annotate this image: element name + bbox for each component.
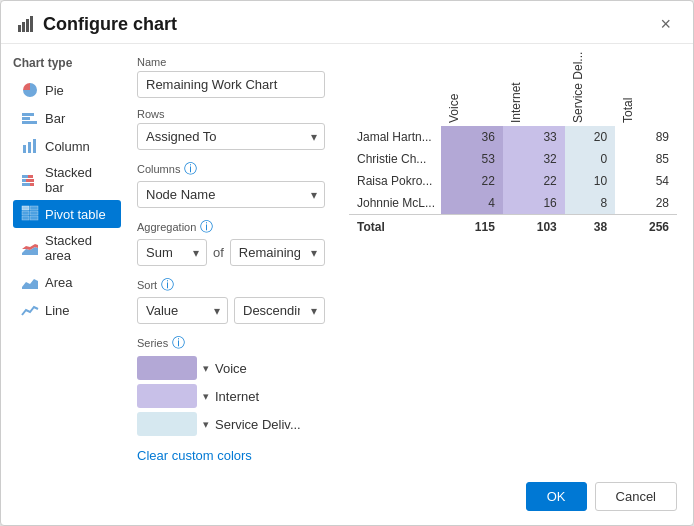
cell-total-0: 89 xyxy=(615,126,677,148)
series-item-voice: ▾ Voice xyxy=(137,356,325,380)
internet-label: Internet xyxy=(215,389,259,404)
svg-rect-15 xyxy=(30,183,34,186)
aggregation-field-wrap: Remaining Work Completed Work Hours xyxy=(230,239,325,266)
svg-rect-3 xyxy=(30,16,33,32)
dialog-body: Chart type Pie Bar xyxy=(1,44,693,472)
chart-type-stacked-bar[interactable]: Stacked bar xyxy=(13,160,121,200)
row-label-2: Raisa Pokro... xyxy=(349,170,441,192)
ok-button[interactable]: OK xyxy=(526,482,587,511)
row-label-0: Jamal Hartn... xyxy=(349,126,441,148)
config-panel: Name Rows Assigned To Node Name Status C… xyxy=(121,56,341,472)
series-label: Series ⓘ xyxy=(137,334,325,352)
series-item-service: ▾ Service Deliv... xyxy=(137,412,325,436)
svg-rect-2 xyxy=(26,19,29,32)
table-row: Christie Ch... 53 32 0 85 xyxy=(349,148,677,170)
col-header-service: Service Del... xyxy=(565,66,615,126)
aggregation-func-wrap: Sum Count Avg Min Max xyxy=(137,239,207,266)
chart-type-stacked-area[interactable]: Stacked area xyxy=(13,228,121,268)
total-row-label: Total xyxy=(349,215,441,239)
chart-type-area-label: Area xyxy=(45,275,72,290)
chart-type-stacked-area-label: Stacked area xyxy=(45,233,113,263)
total-total: 256 xyxy=(615,215,677,239)
cell-service-2: 10 xyxy=(565,170,615,192)
chart-type-pie[interactable]: Pie xyxy=(13,76,121,104)
close-button[interactable]: × xyxy=(654,13,677,35)
table-total-row: Total 115 103 38 256 xyxy=(349,215,677,239)
svg-rect-12 xyxy=(22,179,26,182)
internet-color-box[interactable] xyxy=(137,384,197,408)
cell-service-3: 8 xyxy=(565,192,615,215)
sort-field-label: Sort ⓘ xyxy=(137,276,325,294)
service-label: Service Deliv... xyxy=(215,417,301,432)
columns-select-wrap: Node Name Assigned To Status xyxy=(137,181,325,208)
stacked-area-chart-icon xyxy=(21,239,39,257)
cell-voice-3: 4 xyxy=(441,192,503,215)
svg-rect-19 xyxy=(30,211,38,215)
sort-by-select[interactable]: Value Label xyxy=(137,297,228,324)
chart-type-pivot-label: Pivot table xyxy=(45,207,106,222)
columns-select[interactable]: Node Name Assigned To Status xyxy=(137,181,325,208)
rows-select[interactable]: Assigned To Node Name Status xyxy=(137,123,325,150)
col-header-total: Total xyxy=(615,66,677,126)
service-color-box[interactable] xyxy=(137,412,197,436)
chart-type-line[interactable]: Line xyxy=(13,296,121,324)
clear-custom-colors-link[interactable]: Clear custom colors xyxy=(137,448,252,463)
col-header-internet: Internet xyxy=(503,66,565,126)
columns-info-icon[interactable]: ⓘ xyxy=(184,160,197,178)
voice-color-box[interactable] xyxy=(137,356,197,380)
chart-type-pie-label: Pie xyxy=(45,83,64,98)
chart-type-label: Chart type xyxy=(13,56,121,70)
stacked-bar-chart-icon xyxy=(21,171,39,189)
dialog-title-bar: Configure chart × xyxy=(1,1,693,44)
columns-field-label: Columns ⓘ xyxy=(137,160,325,178)
col-header-empty xyxy=(349,66,441,126)
sort-info-icon[interactable]: ⓘ xyxy=(161,276,174,294)
row-label-3: Johnnie McL... xyxy=(349,192,441,215)
cell-voice-2: 22 xyxy=(441,170,503,192)
aggregation-field-select[interactable]: Remaining Work Completed Work Hours xyxy=(230,239,325,266)
chart-type-bar[interactable]: Bar xyxy=(13,104,121,132)
aggregation-field-label: Aggregation ⓘ xyxy=(137,218,325,236)
svg-rect-21 xyxy=(30,216,38,220)
aggregation-info-icon[interactable]: ⓘ xyxy=(200,218,213,236)
chart-type-stacked-bar-label: Stacked bar xyxy=(45,165,113,195)
sort-by-wrap: Value Label xyxy=(137,297,228,324)
name-field-label: Name xyxy=(137,56,325,68)
total-service: 38 xyxy=(565,215,615,239)
svg-rect-8 xyxy=(28,142,31,153)
series-item-internet: ▾ Internet xyxy=(137,384,325,408)
voice-chevron: ▾ xyxy=(203,362,209,375)
internet-chevron: ▾ xyxy=(203,390,209,403)
table-row: Raisa Pokro... 22 22 10 54 xyxy=(349,170,677,192)
cell-voice-0: 36 xyxy=(441,126,503,148)
bar-chart-icon xyxy=(21,109,39,127)
cell-voice-1: 53 xyxy=(441,148,503,170)
svg-rect-16 xyxy=(22,206,29,210)
chart-type-column[interactable]: Column xyxy=(13,132,121,160)
chart-type-area[interactable]: Area xyxy=(13,268,121,296)
chart-type-pivot-table[interactable]: Pivot table xyxy=(13,200,121,228)
svg-rect-9 xyxy=(33,139,36,153)
series-info-icon[interactable]: ⓘ xyxy=(172,334,185,352)
area-chart-icon xyxy=(21,273,39,291)
aggregation-func-select[interactable]: Sum Count Avg Min Max xyxy=(137,239,207,266)
configure-chart-dialog: Configure chart × Chart type Pie xyxy=(0,0,694,526)
sort-dir-select[interactable]: Ascending Descending xyxy=(234,297,325,324)
svg-rect-11 xyxy=(28,175,33,178)
svg-rect-14 xyxy=(22,183,30,186)
of-label: of xyxy=(213,245,224,260)
dialog-title: Configure chart xyxy=(43,14,654,35)
sort-row: Value Label Ascending Descending xyxy=(137,297,325,324)
svg-rect-20 xyxy=(22,216,29,220)
pie-chart-icon xyxy=(21,81,39,99)
svg-rect-4 xyxy=(22,113,34,116)
cell-service-1: 0 xyxy=(565,148,615,170)
cell-internet-3: 16 xyxy=(503,192,565,215)
row-label-1: Christie Ch... xyxy=(349,148,441,170)
pivot-table: Voice Internet Service Del... Total Jama… xyxy=(349,66,677,238)
line-chart-icon xyxy=(21,301,39,319)
chart-name-input[interactable] xyxy=(137,71,325,98)
cancel-button[interactable]: Cancel xyxy=(595,482,677,511)
total-voice: 115 xyxy=(441,215,503,239)
cell-internet-1: 32 xyxy=(503,148,565,170)
